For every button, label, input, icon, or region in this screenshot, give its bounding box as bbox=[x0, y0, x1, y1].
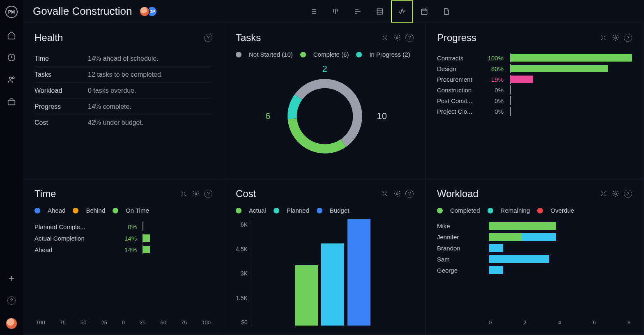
time-bar bbox=[143, 223, 212, 230]
gear-icon[interactable] bbox=[393, 34, 401, 42]
donut-value-in-progress: 2 bbox=[322, 64, 327, 74]
user-avatar[interactable] bbox=[6, 318, 17, 329]
workload-row: Sam bbox=[437, 255, 632, 263]
health-row: Tasks12 tasks to be completed. bbox=[34, 67, 212, 83]
app-logo[interactable]: PM bbox=[5, 6, 18, 18]
workload-row: Brandon bbox=[437, 244, 632, 252]
card-title-workload: Workload bbox=[437, 188, 595, 200]
health-value: 14% ahead of schedule. bbox=[88, 55, 159, 62]
health-label: Workload bbox=[34, 87, 88, 94]
clock-icon[interactable] bbox=[7, 53, 16, 62]
svg-point-2 bbox=[12, 77, 14, 79]
help-icon[interactable]: ? bbox=[7, 296, 16, 305]
progress-label: Contracts bbox=[437, 55, 480, 62]
health-row: Workload0 tasks overdue. bbox=[34, 83, 212, 99]
home-icon[interactable] bbox=[7, 30, 16, 40]
time-label: Actual Completion bbox=[34, 235, 110, 242]
health-row: Cost42% under budget. bbox=[34, 115, 212, 131]
workload-row: George bbox=[437, 266, 632, 274]
progress-track bbox=[510, 76, 632, 83]
view-board-icon[interactable] bbox=[324, 0, 347, 23]
cost-yaxis: 6K4.5K3K1.5K$0 bbox=[236, 219, 248, 326]
view-calendar-icon[interactable] bbox=[413, 0, 435, 23]
health-label: Progress bbox=[34, 103, 88, 110]
legend-actual: Actual bbox=[249, 207, 266, 214]
progress-label: Design bbox=[437, 65, 480, 72]
expand-icon[interactable] bbox=[599, 34, 607, 42]
gear-icon[interactable] bbox=[393, 190, 401, 198]
time-bar bbox=[143, 234, 212, 242]
progress-row: Post Const...0% bbox=[437, 97, 632, 104]
project-title: Govalle Construction bbox=[33, 5, 132, 18]
card-help-icon[interactable]: ? bbox=[405, 190, 414, 198]
health-value: 12 tasks to be completed. bbox=[88, 71, 163, 78]
health-value: 42% under budget. bbox=[88, 119, 143, 126]
svg-rect-3 bbox=[8, 100, 15, 105]
progress-row: Project Clo...0% bbox=[437, 108, 632, 115]
gear-icon[interactable] bbox=[612, 190, 620, 198]
topbar: Govalle Construction GP bbox=[23, 0, 644, 23]
member-avatars[interactable]: GP bbox=[139, 6, 157, 17]
cost-bar-budget bbox=[347, 219, 370, 326]
svg-point-6 bbox=[396, 37, 398, 39]
card-workload: Workload ? Completed Remaining Overdue M… bbox=[426, 179, 644, 335]
time-pct: 0% bbox=[116, 223, 137, 230]
cost-bar-planned bbox=[321, 243, 344, 326]
card-help-icon[interactable]: ? bbox=[405, 34, 414, 42]
progress-pct: 0% bbox=[486, 97, 504, 104]
health-label: Cost bbox=[34, 119, 88, 126]
plus-icon[interactable] bbox=[7, 273, 16, 283]
card-help-icon[interactable]: ? bbox=[204, 190, 212, 198]
progress-row: Contracts100% bbox=[437, 54, 632, 62]
card-help-icon[interactable]: ? bbox=[624, 190, 632, 198]
view-sheet-icon[interactable] bbox=[369, 0, 391, 23]
card-health: Health ? Time14% ahead of schedule.Tasks… bbox=[23, 23, 224, 179]
people-icon[interactable] bbox=[7, 75, 16, 85]
expand-icon[interactable] bbox=[381, 190, 389, 198]
view-files-icon[interactable] bbox=[435, 0, 458, 23]
progress-pct: 0% bbox=[486, 108, 504, 115]
card-help-icon[interactable]: ? bbox=[624, 34, 632, 42]
workload-label: Brandon bbox=[437, 245, 482, 252]
card-help-icon[interactable]: ? bbox=[204, 34, 212, 42]
svg-rect-4 bbox=[377, 9, 382, 14]
progress-track bbox=[510, 97, 632, 104]
card-tasks: Tasks ? Not Started (10) Complete (6) In… bbox=[224, 23, 426, 179]
progress-row: Construction0% bbox=[437, 86, 632, 94]
gear-icon[interactable] bbox=[192, 190, 200, 198]
view-dashboard-icon[interactable] bbox=[391, 0, 413, 23]
workload-bar bbox=[489, 233, 632, 241]
card-title-cost: Cost bbox=[236, 188, 377, 200]
time-row: Actual Completion14% bbox=[34, 234, 212, 242]
legend-in-progress: In Progress (2) bbox=[369, 51, 410, 58]
svg-point-12 bbox=[396, 193, 398, 195]
legend-overdue: Overdue bbox=[550, 207, 574, 214]
workload-bar bbox=[489, 244, 632, 252]
time-row: Planned Comple...0% bbox=[34, 223, 212, 230]
progress-label: Project Clo... bbox=[437, 108, 480, 115]
legend-not-started: Not Started (10) bbox=[249, 51, 293, 58]
tasks-donut-chart bbox=[282, 73, 368, 159]
time-bar bbox=[143, 246, 212, 253]
svg-point-13 bbox=[615, 193, 617, 195]
health-label: Time bbox=[34, 55, 88, 62]
progress-track bbox=[510, 65, 632, 72]
svg-point-11 bbox=[195, 193, 197, 195]
expand-icon[interactable] bbox=[179, 190, 188, 198]
expand-icon[interactable] bbox=[381, 34, 389, 42]
progress-track bbox=[510, 108, 632, 115]
card-title-progress: Progress bbox=[437, 32, 595, 44]
time-axis: 1007550250255075100 bbox=[34, 319, 212, 326]
time-label: Planned Comple... bbox=[34, 223, 110, 230]
view-gantt-icon[interactable] bbox=[347, 0, 369, 23]
cost-bar-chart bbox=[252, 219, 414, 326]
legend-on-time: On Time bbox=[126, 207, 149, 214]
donut-value-not-started: 10 bbox=[377, 111, 387, 122]
view-list-icon[interactable] bbox=[302, 0, 324, 23]
health-value: 14% complete. bbox=[88, 103, 131, 110]
avatar-1[interactable] bbox=[139, 6, 150, 17]
gear-icon[interactable] bbox=[612, 34, 620, 42]
svg-rect-5 bbox=[421, 9, 427, 14]
expand-icon[interactable] bbox=[599, 190, 607, 198]
briefcase-icon[interactable] bbox=[7, 97, 16, 107]
